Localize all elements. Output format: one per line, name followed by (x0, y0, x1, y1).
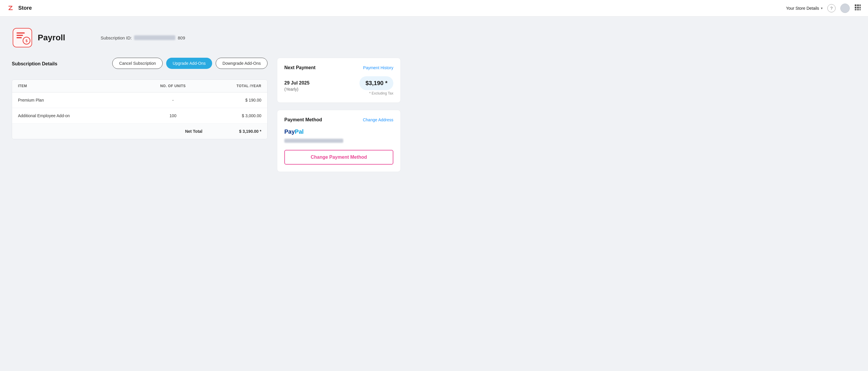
payment-method-card: Payment Method Change Address PayPal Cha… (277, 110, 401, 172)
subscription-id-label: Subscription ID: (100, 35, 132, 40)
cancel-subscription-button[interactable]: Cancel Subscription (112, 58, 163, 69)
svg-rect-13 (17, 37, 22, 38)
store-details-label: Your Store Details (786, 6, 819, 10)
app-title: Store (18, 5, 32, 11)
upgrade-addons-button[interactable]: Upgrade Add-Ons (166, 58, 212, 69)
subscription-id: Subscription ID: 809 (100, 35, 185, 40)
payment-amount: $3,190 * (365, 80, 388, 86)
svg-rect-8 (857, 9, 859, 10)
table-row: Premium Plan - $ 190.00 (12, 93, 267, 108)
svg-rect-11 (17, 32, 25, 34)
col-header-units: NO. OF UNITS (144, 84, 203, 88)
table-header: ITEM NO. OF UNITS TOTAL /YEAR (12, 80, 267, 93)
help-icon-symbol: ? (830, 6, 833, 10)
row-2-item: Additional Employee Add-on (18, 113, 144, 118)
payment-period: (Yearly) (284, 87, 309, 92)
row-2-total: $ 3,000.00 (203, 113, 261, 118)
store-details-button[interactable]: Your Store Details ▾ (786, 6, 823, 10)
svg-rect-0 (7, 4, 15, 12)
row-1-units: - (144, 98, 203, 102)
net-total-row: Net Total $ 3,190.00 * (12, 124, 267, 139)
right-panel: Next Payment Payment History 29 Jul 2025… (277, 58, 401, 172)
payment-history-link[interactable]: Payment History (363, 65, 393, 70)
help-button[interactable]: ? (827, 4, 836, 12)
app-header: Store Your Store Details ▾ ? (0, 0, 868, 16)
change-address-link[interactable]: Change Address (363, 117, 393, 122)
main-content: $ Payroll Subscription ID: 809 Subscript… (0, 16, 412, 182)
subscription-table: ITEM NO. OF UNITS TOTAL /YEAR Premium Pl… (12, 79, 268, 139)
row-1-total: $ 190.00 (203, 98, 261, 102)
net-total-value: $ 3,190.00 * (203, 129, 261, 134)
svg-rect-12 (17, 35, 23, 36)
svg-text:$: $ (25, 39, 28, 43)
content-layout: Subscription Details Cancel Subscription… (12, 58, 401, 172)
subscription-id-suffix: 809 (178, 35, 185, 40)
payment-date: 29 Jul 2025 (284, 80, 309, 86)
paypal-logo: PayPal (284, 128, 393, 135)
paypal-text-dark: Pay (284, 128, 295, 135)
row-2-units: 100 (144, 113, 203, 118)
col-header-total: TOTAL /YEAR (203, 84, 261, 88)
action-buttons: Cancel Subscription Upgrade Add-Ons Down… (112, 58, 268, 69)
svg-rect-5 (857, 7, 859, 8)
chevron-down-icon: ▾ (821, 6, 823, 10)
avatar[interactable] (840, 3, 850, 13)
row-1-item: Premium Plan (18, 98, 144, 102)
next-payment-header: Next Payment Payment History (284, 65, 393, 70)
excluding-tax-note: * Excluding Tax (360, 91, 393, 95)
svg-rect-9 (860, 9, 861, 10)
downgrade-addons-button[interactable]: Downgrade Add-Ons (216, 58, 268, 69)
paypal-email-blurred (284, 139, 393, 150)
svg-rect-6 (860, 7, 861, 8)
grid-icon[interactable] (855, 4, 861, 12)
svg-rect-1 (855, 4, 857, 6)
next-payment-content: 29 Jul 2025 (Yearly) $3,190 * * Excludin… (284, 76, 393, 95)
svg-rect-4 (855, 7, 857, 8)
col-header-item: ITEM (18, 84, 144, 88)
net-total-label: Net Total (144, 129, 203, 134)
table-row: Additional Employee Add-on 100 $ 3,000.0… (12, 108, 267, 124)
svg-rect-3 (860, 4, 861, 6)
svg-rect-7 (855, 9, 857, 10)
change-payment-method-button[interactable]: Change Payment Method (284, 150, 393, 165)
page-header: $ Payroll Subscription ID: 809 (12, 27, 401, 48)
header-right: Your Store Details ▾ ? (786, 3, 861, 13)
next-payment-card: Next Payment Payment History 29 Jul 2025… (277, 58, 401, 103)
payroll-icon: $ (12, 27, 33, 48)
payment-method-header: Payment Method Change Address (284, 117, 393, 123)
payment-method-title: Payment Method (284, 117, 322, 123)
paypal-text-light: Pal (295, 128, 304, 135)
page-title: Payroll (38, 33, 65, 42)
next-payment-title: Next Payment (284, 65, 315, 70)
left-panel: Subscription Details Cancel Subscription… (12, 58, 268, 139)
payment-amount-area: $3,190 * * Excluding Tax (360, 76, 393, 95)
subscription-details-label: Subscription Details (12, 61, 58, 67)
payment-date-area: 29 Jul 2025 (Yearly) (284, 80, 309, 92)
payment-amount-badge: $3,190 * (360, 76, 393, 90)
header-left: Store (7, 4, 32, 12)
app-logo-icon (7, 4, 15, 12)
subscription-id-redacted (134, 35, 175, 40)
svg-rect-2 (857, 4, 859, 6)
